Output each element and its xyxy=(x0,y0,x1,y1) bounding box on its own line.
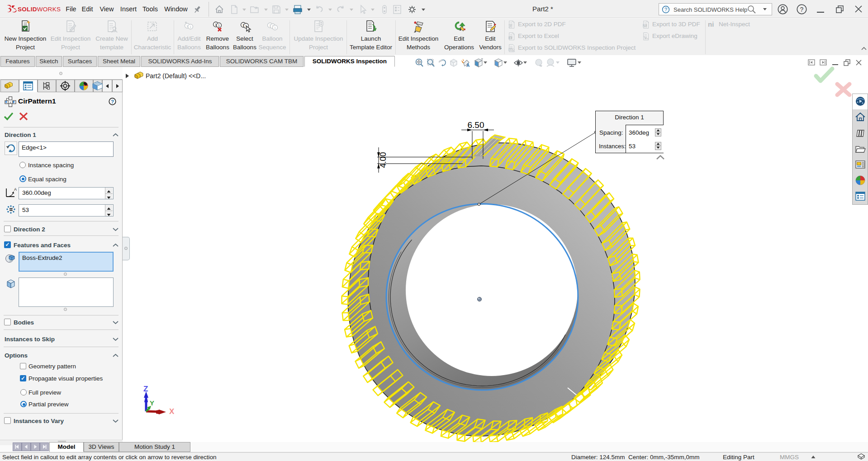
svg-text:?: ? xyxy=(111,99,114,104)
svg-text:Z: Z xyxy=(143,385,148,393)
svg-text:Y: Y xyxy=(150,399,154,407)
svg-text:X: X xyxy=(169,407,175,416)
svg-text:4.00: 4.00 xyxy=(379,152,388,168)
svg-text:A: A xyxy=(14,187,17,192)
svg-text:6.50: 6.50 xyxy=(468,120,484,130)
